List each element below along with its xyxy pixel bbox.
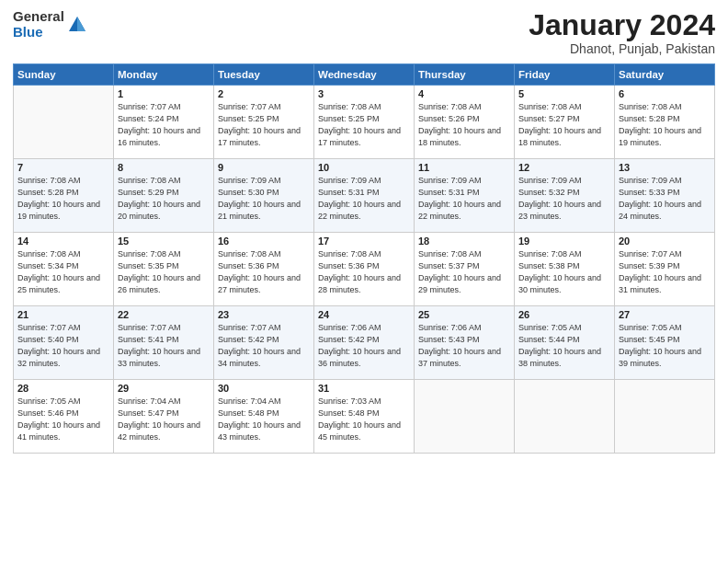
day-number: 15 xyxy=(118,236,210,247)
header-day-monday: Monday xyxy=(114,64,214,86)
day-cell xyxy=(415,380,515,454)
day-number: 17 xyxy=(318,236,410,247)
day-info: Sunrise: 7:08 AMSunset: 5:35 PMDaylight:… xyxy=(118,248,210,296)
day-number: 25 xyxy=(418,309,510,320)
header-row: SundayMondayTuesdayWednesdayThursdayFrid… xyxy=(14,64,715,86)
day-info: Sunrise: 7:09 AMSunset: 5:31 PMDaylight:… xyxy=(318,175,410,223)
day-cell: 3Sunrise: 7:08 AMSunset: 5:25 PMDaylight… xyxy=(314,86,415,159)
day-cell xyxy=(615,380,715,454)
day-cell: 11Sunrise: 7:09 AMSunset: 5:31 PMDayligh… xyxy=(415,159,515,233)
day-cell: 21Sunrise: 7:07 AMSunset: 5:40 PMDayligh… xyxy=(14,306,114,380)
day-info: Sunrise: 7:07 AMSunset: 5:41 PMDaylight:… xyxy=(118,322,210,370)
day-number: 10 xyxy=(318,162,410,173)
day-number: 5 xyxy=(518,88,610,99)
day-info: Sunrise: 7:06 AMSunset: 5:43 PMDaylight:… xyxy=(418,322,510,370)
day-cell: 29Sunrise: 7:04 AMSunset: 5:47 PMDayligh… xyxy=(114,380,214,454)
day-number: 24 xyxy=(318,309,410,320)
day-cell: 24Sunrise: 7:06 AMSunset: 5:42 PMDayligh… xyxy=(314,306,415,380)
day-info: Sunrise: 7:08 AMSunset: 5:38 PMDaylight:… xyxy=(518,248,610,296)
day-number: 11 xyxy=(418,162,510,173)
day-info: Sunrise: 7:04 AMSunset: 5:47 PMDaylight:… xyxy=(118,396,210,443)
day-number: 12 xyxy=(518,162,610,173)
logo-text: General Blue xyxy=(13,9,64,40)
day-number: 26 xyxy=(518,309,610,320)
day-number: 20 xyxy=(619,236,711,247)
week-row-3: 14Sunrise: 7:08 AMSunset: 5:34 PMDayligh… xyxy=(14,233,715,306)
day-cell: 1Sunrise: 7:07 AMSunset: 5:24 PMDaylight… xyxy=(114,86,214,159)
day-number: 8 xyxy=(118,162,210,173)
day-number: 27 xyxy=(619,309,711,320)
day-info: Sunrise: 7:08 AMSunset: 5:37 PMDaylight:… xyxy=(418,248,510,296)
day-info: Sunrise: 7:03 AMSunset: 5:48 PMDaylight:… xyxy=(318,396,410,443)
header-day-wednesday: Wednesday xyxy=(314,64,415,86)
day-info: Sunrise: 7:07 AMSunset: 5:39 PMDaylight:… xyxy=(619,248,711,296)
day-number: 19 xyxy=(518,236,610,247)
day-info: Sunrise: 7:05 AMSunset: 5:46 PMDaylight:… xyxy=(17,396,109,443)
day-number: 16 xyxy=(218,236,310,247)
day-info: Sunrise: 7:08 AMSunset: 5:25 PMDaylight:… xyxy=(318,101,410,149)
day-info: Sunrise: 7:06 AMSunset: 5:42 PMDaylight:… xyxy=(318,322,410,370)
day-cell: 12Sunrise: 7:09 AMSunset: 5:32 PMDayligh… xyxy=(515,159,615,233)
day-number: 23 xyxy=(218,309,310,320)
day-cell: 28Sunrise: 7:05 AMSunset: 5:46 PMDayligh… xyxy=(14,380,114,454)
location-subtitle: Dhanot, Punjab, Pakistan xyxy=(529,41,715,56)
day-info: Sunrise: 7:04 AMSunset: 5:48 PMDaylight:… xyxy=(218,396,310,443)
day-cell: 13Sunrise: 7:09 AMSunset: 5:33 PMDayligh… xyxy=(615,159,715,233)
logo: General Blue xyxy=(13,9,87,40)
week-row-4: 21Sunrise: 7:07 AMSunset: 5:40 PMDayligh… xyxy=(14,306,715,380)
day-number: 28 xyxy=(17,383,109,394)
day-number: 2 xyxy=(218,88,310,99)
day-cell: 4Sunrise: 7:08 AMSunset: 5:26 PMDaylight… xyxy=(415,86,515,159)
day-info: Sunrise: 7:08 AMSunset: 5:36 PMDaylight:… xyxy=(218,248,310,296)
header: General Blue January 2024 Dhanot, Punjab… xyxy=(13,9,715,56)
day-info: Sunrise: 7:09 AMSunset: 5:33 PMDaylight:… xyxy=(619,175,711,223)
day-number: 21 xyxy=(17,309,109,320)
day-number: 3 xyxy=(318,88,410,99)
day-number: 7 xyxy=(17,162,109,173)
day-cell: 16Sunrise: 7:08 AMSunset: 5:36 PMDayligh… xyxy=(214,233,314,306)
day-number: 4 xyxy=(418,88,510,99)
day-info: Sunrise: 7:08 AMSunset: 5:26 PMDaylight:… xyxy=(418,101,510,149)
day-info: Sunrise: 7:09 AMSunset: 5:30 PMDaylight:… xyxy=(218,175,310,223)
logo-icon xyxy=(67,15,87,35)
day-info: Sunrise: 7:08 AMSunset: 5:28 PMDaylight:… xyxy=(619,101,711,149)
header-day-friday: Friday xyxy=(515,64,615,86)
day-info: Sunrise: 7:08 AMSunset: 5:29 PMDaylight:… xyxy=(118,175,210,223)
header-day-saturday: Saturday xyxy=(615,64,715,86)
day-info: Sunrise: 7:07 AMSunset: 5:25 PMDaylight:… xyxy=(218,101,310,149)
day-number: 29 xyxy=(118,383,210,394)
calendar-container: General Blue January 2024 Dhanot, Punjab… xyxy=(0,0,728,563)
day-cell: 5Sunrise: 7:08 AMSunset: 5:27 PMDaylight… xyxy=(515,86,615,159)
day-number: 30 xyxy=(218,383,310,394)
day-cell: 19Sunrise: 7:08 AMSunset: 5:38 PMDayligh… xyxy=(515,233,615,306)
header-day-tuesday: Tuesday xyxy=(214,64,314,86)
logo-blue: Blue xyxy=(13,25,64,40)
day-info: Sunrise: 7:08 AMSunset: 5:36 PMDaylight:… xyxy=(318,248,410,296)
day-cell: 17Sunrise: 7:08 AMSunset: 5:36 PMDayligh… xyxy=(314,233,415,306)
day-info: Sunrise: 7:07 AMSunset: 5:24 PMDaylight:… xyxy=(118,101,210,149)
week-row-5: 28Sunrise: 7:05 AMSunset: 5:46 PMDayligh… xyxy=(14,380,715,454)
day-cell xyxy=(515,380,615,454)
day-cell: 14Sunrise: 7:08 AMSunset: 5:34 PMDayligh… xyxy=(14,233,114,306)
day-cell: 6Sunrise: 7:08 AMSunset: 5:28 PMDaylight… xyxy=(615,86,715,159)
day-cell: 8Sunrise: 7:08 AMSunset: 5:29 PMDaylight… xyxy=(114,159,214,233)
day-number: 22 xyxy=(118,309,210,320)
day-cell: 23Sunrise: 7:07 AMSunset: 5:42 PMDayligh… xyxy=(214,306,314,380)
calendar-table: SundayMondayTuesdayWednesdayThursdayFrid… xyxy=(13,63,715,454)
day-info: Sunrise: 7:07 AMSunset: 5:42 PMDaylight:… xyxy=(218,322,310,370)
title-block: January 2024 Dhanot, Punjab, Pakistan xyxy=(529,9,715,56)
day-cell: 22Sunrise: 7:07 AMSunset: 5:41 PMDayligh… xyxy=(114,306,214,380)
day-info: Sunrise: 7:09 AMSunset: 5:32 PMDaylight:… xyxy=(518,175,610,223)
day-cell: 30Sunrise: 7:04 AMSunset: 5:48 PMDayligh… xyxy=(214,380,314,454)
header-day-sunday: Sunday xyxy=(14,64,114,86)
header-day-thursday: Thursday xyxy=(415,64,515,86)
month-title: January 2024 xyxy=(529,9,715,41)
day-cell: 9Sunrise: 7:09 AMSunset: 5:30 PMDaylight… xyxy=(214,159,314,233)
week-row-1: 1Sunrise: 7:07 AMSunset: 5:24 PMDaylight… xyxy=(14,86,715,159)
day-number: 18 xyxy=(418,236,510,247)
day-number: 6 xyxy=(619,88,711,99)
day-cell: 7Sunrise: 7:08 AMSunset: 5:28 PMDaylight… xyxy=(14,159,114,233)
day-cell: 31Sunrise: 7:03 AMSunset: 5:48 PMDayligh… xyxy=(314,380,415,454)
day-cell: 25Sunrise: 7:06 AMSunset: 5:43 PMDayligh… xyxy=(415,306,515,380)
day-cell: 26Sunrise: 7:05 AMSunset: 5:44 PMDayligh… xyxy=(515,306,615,380)
